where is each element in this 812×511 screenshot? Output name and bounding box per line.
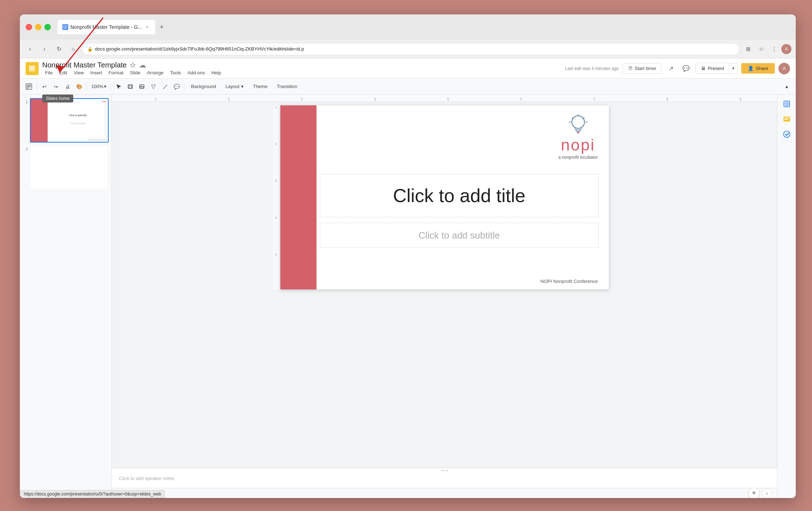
- transition-label: Transition: [277, 84, 297, 89]
- layout-button[interactable]: Layout ▾: [221, 82, 248, 91]
- print-button[interactable]: 🖨: [62, 81, 73, 92]
- notes-placeholder: Click to add speaker notes: [119, 476, 174, 481]
- present-main-button[interactable]: 🖥 Present: [695, 63, 729, 74]
- share-button[interactable]: 👤 Share: [741, 63, 775, 74]
- zoom-dropdown-icon[interactable]: ▾: [104, 84, 106, 89]
- doc-title: Nonprofit Master Template ☆ ☁: [42, 61, 224, 69]
- notes-drag-handle: [441, 470, 448, 471]
- svg-rect-11: [27, 88, 29, 88]
- slides-logo: [26, 62, 39, 75]
- image-button[interactable]: [136, 81, 147, 92]
- menu-tools[interactable]: Tools: [167, 69, 184, 76]
- background-button[interactable]: Background: [187, 82, 220, 91]
- present-dropdown-button[interactable]: ▾: [729, 63, 738, 74]
- layout-label: Layout: [226, 84, 240, 89]
- tab-close-button[interactable]: ×: [144, 24, 150, 30]
- present-label: Present: [708, 66, 724, 71]
- trends-button[interactable]: ↗: [665, 63, 677, 74]
- start-timer-label: Start timer: [635, 66, 656, 71]
- slide-1-thumb-image[interactable]: nopi Click to add title Click to add sub…: [30, 98, 109, 143]
- transition-button[interactable]: Transition: [272, 82, 302, 91]
- expand-button[interactable]: ›: [762, 488, 772, 498]
- slide-title-box[interactable]: Click to add title: [320, 174, 599, 217]
- sidebar-slides-home-button[interactable]: [780, 113, 793, 126]
- zoom-control[interactable]: 100% ▾: [89, 84, 109, 89]
- slide-2-thumb-content: [31, 146, 108, 189]
- refresh-button[interactable]: ↻: [53, 43, 65, 55]
- paint-format-button[interactable]: 🎨: [74, 81, 84, 92]
- slides-home-button[interactable]: [23, 81, 34, 92]
- select-tool-button[interactable]: [113, 81, 124, 92]
- minimize-button[interactable]: [35, 24, 42, 30]
- start-timer-button[interactable]: ⏱ Start timer: [623, 63, 662, 74]
- ruler-top: 1 2 3 4 5 6 7 8 9: [112, 95, 777, 102]
- new-tab-button[interactable]: +: [157, 22, 167, 32]
- settings-button[interactable]: ⋮: [768, 43, 780, 55]
- canvas-column: 1 2 3 4 5 6 7 8 9: [112, 95, 777, 498]
- slide-1-thumb-content: nopi Click to add title Click to add sub…: [31, 99, 108, 142]
- secure-icon: 🔒: [87, 47, 93, 52]
- menu-edit[interactable]: Edit: [56, 69, 70, 76]
- maximize-button[interactable]: [44, 24, 51, 30]
- user-avatar-browser[interactable]: A: [781, 44, 791, 54]
- app-header: Nonprofit Master Template ☆ ☁ File Edit …: [20, 58, 796, 79]
- sidebar-sheets-button[interactable]: [780, 97, 793, 110]
- thumb-footer-text: NOPI Nonprofit Conference: [89, 139, 106, 141]
- menu-file[interactable]: File: [42, 69, 56, 76]
- comments-button[interactable]: 💬: [680, 63, 692, 74]
- tooltip-text: Slides home: [46, 96, 70, 101]
- ruler-left-3: 3: [275, 179, 278, 216]
- slide-2-thumb-image[interactable]: [30, 145, 109, 190]
- undo-button[interactable]: ↩: [39, 81, 50, 92]
- collapse-toolbar-button[interactable]: ▲: [781, 81, 792, 92]
- textbox-button[interactable]: [125, 81, 136, 92]
- line-button[interactable]: —: [157, 79, 173, 94]
- theme-button[interactable]: Theme: [249, 82, 272, 91]
- menu-format[interactable]: Format: [106, 69, 126, 76]
- status-bar: — ••• + ›: [112, 488, 777, 498]
- sidebar-check-button[interactable]: [780, 128, 793, 141]
- forward-button[interactable]: ›: [39, 43, 50, 55]
- slide-canvas[interactable]: nopi a nonprofit incubator Click to add …: [280, 105, 609, 289]
- menu-view[interactable]: View: [71, 69, 87, 76]
- notes-area[interactable]: Click to add speaker notes: [112, 468, 777, 488]
- active-tab[interactable]: Nonprofit Master Template - G... ×: [57, 20, 155, 34]
- svg-rect-31: [784, 119, 788, 120]
- nopi-sub-text: a nonprofit incubator: [558, 155, 598, 160]
- doc-title-area: Nonprofit Master Template ☆ ☁ File Edit …: [42, 61, 224, 76]
- user-avatar-app[interactable]: A: [778, 63, 790, 74]
- zoom-value: 100%: [91, 84, 103, 89]
- shapes-button[interactable]: ▽: [148, 81, 159, 92]
- close-button[interactable]: [26, 24, 32, 30]
- home-button[interactable]: ⌂: [67, 43, 79, 55]
- extensions-button[interactable]: ⊞: [742, 43, 754, 55]
- drag-dot-3: [446, 470, 448, 471]
- background-label: Background: [191, 84, 216, 89]
- slide-subtitle-box[interactable]: Click to add subtitle: [320, 223, 599, 248]
- back-button[interactable]: ‹: [24, 43, 36, 55]
- slide-2-thumbnail[interactable]: 2: [23, 145, 109, 190]
- address-bar[interactable]: 🔒 docs.google.com/presentation/d/1izk8yj…: [82, 43, 739, 55]
- traffic-lights: [26, 24, 51, 30]
- ruler-left-4: 4: [275, 216, 278, 253]
- theme-label: Theme: [253, 84, 267, 89]
- svg-rect-9: [27, 85, 31, 86]
- menu-slide[interactable]: Slide: [127, 69, 143, 76]
- menu-insert[interactable]: Insert: [87, 69, 105, 76]
- status-right: + ›: [748, 488, 772, 498]
- slide-1-thumbnail[interactable]: 1 nopi Click to add title Click to add s…: [23, 98, 109, 143]
- add-slide-button[interactable]: +: [748, 488, 760, 498]
- comment-button[interactable]: 💬: [171, 81, 182, 92]
- ruler-mark-1: 1: [119, 97, 192, 101]
- ruler-mark-2: 2: [192, 97, 266, 101]
- ruler-mark-3: 3: [265, 97, 339, 101]
- menu-addons[interactable]: Add-ons: [185, 69, 208, 76]
- svg-rect-24: [784, 101, 790, 107]
- redo-button[interactable]: ↪: [51, 81, 61, 92]
- nopi-bulb-icon: [566, 113, 591, 138]
- address-bar-row: ‹ › ↻ ⌂ 🔒 docs.google.com/presentation/d…: [20, 40, 796, 58]
- star-icon[interactable]: ☆: [130, 61, 136, 69]
- menu-help[interactable]: Help: [209, 69, 224, 76]
- menu-arrange[interactable]: Arrange: [144, 69, 166, 76]
- bookmark-button[interactable]: ☆: [755, 43, 767, 55]
